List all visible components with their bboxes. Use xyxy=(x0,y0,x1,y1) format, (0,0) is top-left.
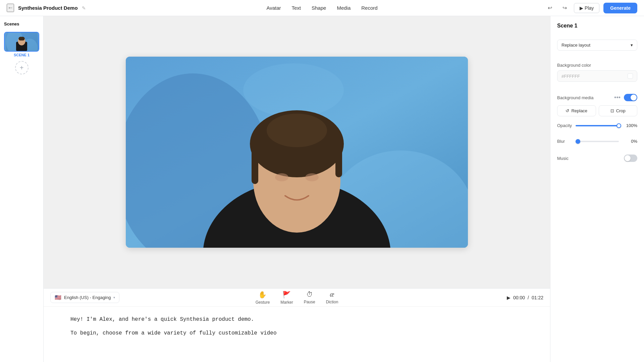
script-content[interactable]: Hey! I'm Alex, and here's a quick Synthe… xyxy=(44,307,550,350)
svg-point-18 xyxy=(267,114,327,147)
add-scene-button[interactable]: + xyxy=(15,61,29,74)
blur-label: Blur xyxy=(557,139,572,144)
marker-icon: 🚩 xyxy=(282,291,291,299)
nav-shape[interactable]: Shape xyxy=(312,5,326,11)
background-media-label: Background media xyxy=(557,95,593,100)
pause-icon: ⏱ xyxy=(306,291,313,298)
blur-thumb[interactable] xyxy=(576,139,580,144)
scene-1-container: SCENE 1 xyxy=(4,32,39,57)
background-color-value: #FFFFFF xyxy=(561,74,580,79)
main-layout: Scenes xyxy=(0,16,644,362)
opacity-thumb[interactable] xyxy=(616,123,621,128)
script-line-1: Hey! I'm Alex, and here's a quick Synthe… xyxy=(70,315,523,324)
opacity-value: 100% xyxy=(622,123,637,128)
svg-rect-15 xyxy=(335,144,342,177)
undo-button[interactable]: ↩ xyxy=(544,3,555,13)
crop-icon: ⊡ xyxy=(610,108,614,113)
script-line-2: To begin, choose from a wide variety of … xyxy=(70,328,523,338)
header-right: ↩ ↪ ▶ Play Generate xyxy=(544,3,637,13)
flag-icon: 🇺🇸 xyxy=(55,294,61,301)
header: ← Synthesia Product Demo ✎ Avatar Text S… xyxy=(0,0,644,16)
color-swatch[interactable] xyxy=(628,73,633,79)
pause-label: Pause xyxy=(304,300,315,304)
replace-icon: ↺ xyxy=(566,108,569,113)
time-display: ▶ 00:00 / 01:22 xyxy=(507,295,543,300)
header-left: ← Synthesia Product Demo ✎ xyxy=(7,4,86,12)
background-media-section: Background media ••• ↺ Replace ⊡ Crop xyxy=(557,94,637,116)
nav-avatar[interactable]: Avatar xyxy=(266,5,281,11)
blur-slider[interactable] xyxy=(576,141,619,142)
gesture-label: Gesture xyxy=(256,300,270,305)
generate-button[interactable]: Generate xyxy=(603,3,637,13)
marker-action[interactable]: 🚩 Marker xyxy=(280,291,293,305)
language-label: English (US) - Engaging xyxy=(64,295,111,300)
svg-point-9 xyxy=(243,63,344,117)
music-label: Music xyxy=(557,156,569,161)
marker-label: Marker xyxy=(280,300,293,305)
back-button[interactable]: ← xyxy=(7,4,14,12)
music-row: Music xyxy=(557,155,637,162)
scenes-sidebar: Scenes xyxy=(0,16,44,362)
time-current: 00:00 xyxy=(513,295,525,300)
project-title: Synthesia Product Demo xyxy=(18,5,78,11)
diction-icon: æ xyxy=(330,291,334,298)
opacity-slider[interactable] xyxy=(576,125,619,126)
canvas-area: 🇺🇸 English (US) - Engaging ▾ ✋ Gesture 🚩… xyxy=(44,16,550,362)
scene-thumb-bg xyxy=(5,33,39,51)
scene-1-thumbnail[interactable] xyxy=(4,32,39,52)
project-edit-icon[interactable]: ✎ xyxy=(82,5,86,11)
panel-scene-title: Scene 1 xyxy=(557,23,637,29)
toggle-knob xyxy=(631,95,637,101)
blur-row: Blur 0% xyxy=(557,139,637,144)
svg-rect-5 xyxy=(18,37,24,41)
crop-button[interactable]: ⊡ Crop xyxy=(599,105,638,116)
replace-layout-select[interactable]: Replace layout ▾ xyxy=(557,40,637,51)
background-color-input[interactable]: #FFFFFF xyxy=(557,70,637,82)
gesture-icon: ✋ xyxy=(258,291,267,299)
play-small-icon[interactable]: ▶ xyxy=(507,295,511,300)
music-toggle-knob xyxy=(625,155,631,161)
crop-label: Crop xyxy=(616,108,626,113)
script-toolbar: 🇺🇸 English (US) - Engaging ▾ ✋ Gesture 🚩… xyxy=(44,289,550,307)
video-canvas[interactable] xyxy=(44,16,550,288)
time-separator: / xyxy=(528,295,529,300)
svg-point-16 xyxy=(275,173,288,181)
redo-button[interactable]: ↪ xyxy=(559,3,570,13)
opacity-fill xyxy=(576,125,619,126)
nav-text[interactable]: Text xyxy=(291,5,301,11)
scenes-label: Scenes xyxy=(4,21,39,26)
nav-media[interactable]: Media xyxy=(337,5,351,11)
language-selector[interactable]: 🇺🇸 English (US) - Engaging ▾ xyxy=(50,292,119,303)
more-icon[interactable]: ••• xyxy=(614,94,621,101)
right-panel: Scene 1 Replace layout ▾ Background colo… xyxy=(550,16,644,362)
svg-point-17 xyxy=(305,173,319,181)
background-media-toggle[interactable] xyxy=(624,94,637,101)
opacity-row: Opacity 100% xyxy=(557,123,637,128)
bg-media-actions: ↺ Replace ⊡ Crop xyxy=(557,105,637,116)
video-frame xyxy=(126,57,468,248)
background-color-section: Background color #FFFFFF xyxy=(557,63,637,82)
time-total: 01:22 xyxy=(532,295,543,300)
nav-record[interactable]: Record xyxy=(361,5,377,11)
scene-1-label: SCENE 1 xyxy=(4,53,39,57)
blur-value: 0% xyxy=(622,139,637,144)
music-toggle[interactable] xyxy=(624,155,637,162)
play-button[interactable]: ▶ Play xyxy=(574,3,599,13)
svg-rect-14 xyxy=(252,144,258,184)
script-area: 🇺🇸 English (US) - Engaging ▾ ✋ Gesture 🚩… xyxy=(44,288,550,362)
header-nav: Avatar Text Shape Media Record xyxy=(266,5,377,11)
gesture-action[interactable]: ✋ Gesture xyxy=(256,291,270,305)
background-color-label: Background color xyxy=(557,63,637,68)
opacity-label: Opacity xyxy=(557,123,572,128)
chevron-down-icon: ▾ xyxy=(113,296,115,299)
replace-layout-label: Replace layout xyxy=(561,43,590,48)
replace-label: Replace xyxy=(571,108,587,113)
replace-button[interactable]: ↺ Replace xyxy=(557,105,596,116)
diction-label: Diction xyxy=(326,300,338,304)
diction-action[interactable]: æ Diction xyxy=(326,291,338,304)
bg-media-row: Background media ••• xyxy=(557,94,637,101)
pause-action[interactable]: ⏱ Pause xyxy=(304,291,315,304)
chevron-down-icon: ▾ xyxy=(631,43,633,48)
